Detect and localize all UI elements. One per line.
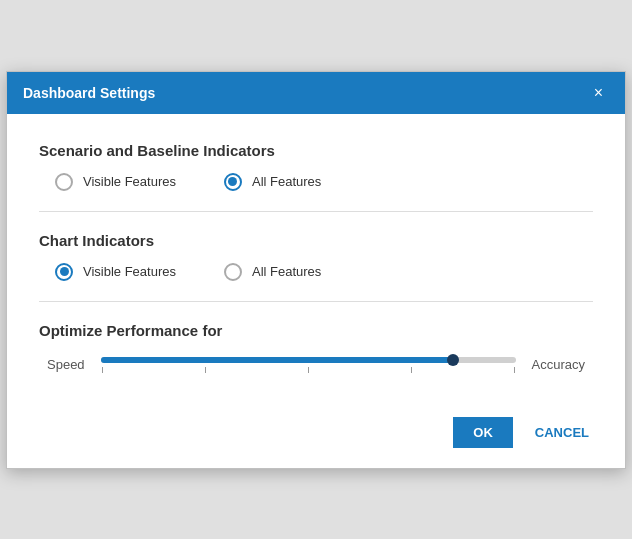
slider-fill xyxy=(101,357,454,363)
section2-all-features-radio[interactable] xyxy=(224,263,242,281)
section1-all-features-label: All Features xyxy=(252,174,321,189)
section-scenario-title: Scenario and Baseline Indicators xyxy=(39,142,593,159)
section-performance: Optimize Performance for Speed xyxy=(39,322,593,373)
dialog-header: Dashboard Settings × xyxy=(7,72,625,114)
tick-2 xyxy=(205,367,206,373)
section-performance-title: Optimize Performance for xyxy=(39,322,593,339)
tick-1 xyxy=(102,367,103,373)
section2-visible-features-label: Visible Features xyxy=(83,264,176,279)
section-chart: Chart Indicators Visible Features All Fe… xyxy=(39,232,593,281)
section-chart-title: Chart Indicators xyxy=(39,232,593,249)
section2-visible-features-option[interactable]: Visible Features xyxy=(55,263,176,281)
section1-visible-features-label: Visible Features xyxy=(83,174,176,189)
section1-all-features-radio[interactable] xyxy=(224,173,242,191)
accuracy-label: Accuracy xyxy=(532,357,585,372)
section-scenario: Scenario and Baseline Indicators Visible… xyxy=(39,142,593,191)
slider-container: Speed Accuracy xyxy=(39,357,593,373)
ok-button[interactable]: OK xyxy=(453,417,513,448)
section2-all-features-option[interactable]: All Features xyxy=(224,263,321,281)
slider-ticks xyxy=(101,367,516,373)
section1-visible-features-option[interactable]: Visible Features xyxy=(55,173,176,191)
section1-radio-group: Visible Features All Features xyxy=(55,173,593,191)
dashboard-settings-dialog: Dashboard Settings × Scenario and Baseli… xyxy=(6,71,626,469)
tick-3 xyxy=(308,367,309,373)
speed-label: Speed xyxy=(47,357,85,372)
section2-all-features-label: All Features xyxy=(252,264,321,279)
divider-2 xyxy=(39,301,593,302)
slider-wrapper xyxy=(101,357,516,373)
close-button[interactable]: × xyxy=(588,83,609,103)
section2-visible-features-radio[interactable] xyxy=(55,263,73,281)
dialog-footer: OK CANCEL xyxy=(7,405,625,468)
slider-thumb[interactable] xyxy=(447,354,459,366)
section1-visible-features-radio[interactable] xyxy=(55,173,73,191)
slider-track[interactable] xyxy=(101,357,516,363)
section1-all-features-option[interactable]: All Features xyxy=(224,173,321,191)
section2-radio-group: Visible Features All Features xyxy=(55,263,593,281)
tick-5 xyxy=(514,367,515,373)
tick-4 xyxy=(411,367,412,373)
dialog-body: Scenario and Baseline Indicators Visible… xyxy=(7,114,625,405)
cancel-button[interactable]: CANCEL xyxy=(523,417,601,448)
dialog-title: Dashboard Settings xyxy=(23,85,155,101)
divider-1 xyxy=(39,211,593,212)
